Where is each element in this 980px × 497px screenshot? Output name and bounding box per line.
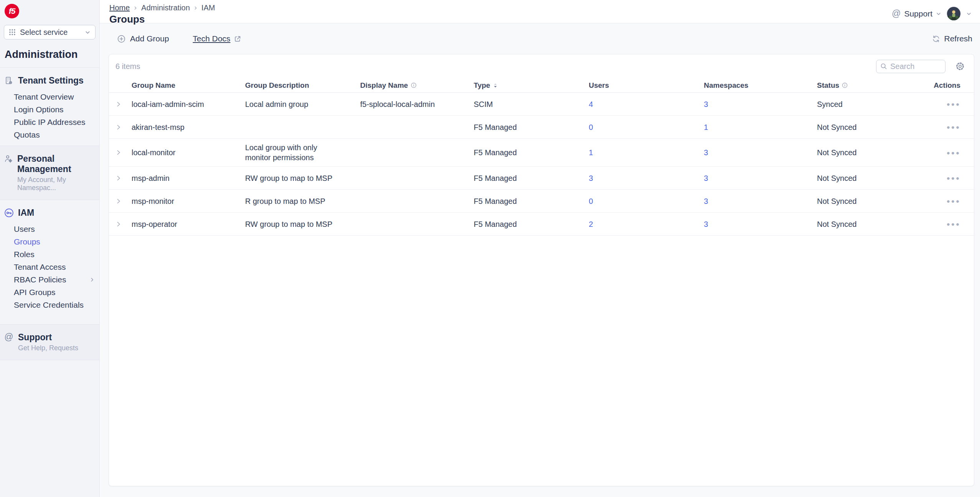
status-text: Not Synced (817, 192, 911, 210)
table-row: msp-operator RW group to map to MSP F5 M… (109, 213, 974, 236)
sidebar-item-users[interactable]: Users (14, 223, 99, 235)
group-type: F5 Managed (474, 215, 589, 233)
expand-row-icon[interactable] (115, 124, 132, 130)
sidebar-item-label: Service Credentials (14, 300, 84, 310)
sidebar-item-groups[interactable]: Groups (14, 235, 99, 248)
users-count-link[interactable]: 0 (589, 123, 593, 131)
row-actions-menu[interactable]: ●●● (911, 221, 960, 227)
status-text: Not Synced (817, 215, 911, 233)
table-row: akiran-test-msp F5 Managed 0 1 Not Synce… (109, 116, 974, 139)
display-name (360, 197, 474, 205)
col-users[interactable]: Users (589, 81, 704, 90)
external-link-icon (234, 35, 241, 43)
display-name (360, 174, 474, 182)
sidebar-item-api-groups[interactable]: API Groups (14, 286, 99, 299)
expand-row-icon[interactable] (115, 221, 132, 227)
namespaces-count-link[interactable]: 3 (704, 148, 708, 157)
avatar[interactable] (947, 7, 961, 21)
info-icon (411, 82, 417, 88)
namespaces-count-link[interactable]: 3 (704, 197, 708, 205)
row-actions-menu[interactable]: ●●● (911, 149, 960, 156)
expand-row-icon[interactable] (115, 198, 132, 204)
sidebar-item-label: Login Options (14, 105, 64, 114)
personal-management-subtitle: My Account, My Namespac... (17, 176, 95, 192)
row-actions-menu[interactable]: ●●● (911, 175, 960, 181)
expand-row-icon[interactable] (115, 101, 132, 107)
row-actions-menu[interactable]: ●●● (911, 198, 960, 204)
section-personal-management[interactable]: Personal Management My Account, My Names… (0, 146, 99, 200)
sidebar-item-quotas[interactable]: Quotas (14, 128, 99, 141)
namespaces-count-link[interactable]: 1 (704, 123, 708, 131)
users-count-link[interactable]: 1 (589, 148, 593, 157)
tech-docs-label: Tech Docs (193, 34, 231, 43)
col-status[interactable]: Status (817, 81, 911, 90)
sidebar-item-label: Users (14, 225, 35, 234)
main-area: Home Administration IAM Groups @ Support (100, 0, 980, 497)
refresh-label: Refresh (944, 34, 972, 43)
breadcrumb-iam[interactable]: IAM (201, 3, 215, 12)
group-description: R group to map to MSP (245, 192, 360, 210)
col-namespaces[interactable]: Namespaces (704, 81, 817, 90)
sidebar-item-label: Public IP Addresses (14, 118, 85, 127)
table-row: local-monitor Local group with only moni… (109, 139, 974, 167)
users-count-link[interactable]: 0 (589, 197, 593, 205)
support-menu-button[interactable]: @ Support (892, 9, 941, 18)
status-text: Not Synced (817, 144, 911, 161)
sidebar-item-label: Tenant Access (14, 262, 66, 272)
sidebar-item-roles[interactable]: Roles (14, 248, 99, 261)
breadcrumb-administration[interactable]: Administration (141, 3, 190, 12)
sidebar-item-tenant-overview[interactable]: Tenant Overview (14, 90, 99, 103)
section-support[interactable]: @ Support Get Help, Requests (0, 324, 99, 360)
sidebar-item-rbac-policies[interactable]: RBAC Policies (14, 273, 99, 286)
users-count-link[interactable]: 2 (589, 220, 593, 228)
row-actions-menu[interactable]: ●●● (911, 101, 960, 107)
sidebar-item-public-ip-addresses[interactable]: Public IP Addresses (14, 116, 99, 128)
col-group-name[interactable]: Group Name (132, 81, 245, 90)
add-group-button[interactable]: Add Group (117, 34, 169, 43)
namespaces-count-link[interactable]: 3 (704, 220, 708, 228)
table-header-row: Group Name Group Description Display Nam… (109, 78, 974, 93)
breadcrumb-home-link[interactable]: Home (109, 3, 130, 12)
expand-row-icon[interactable] (115, 175, 132, 181)
items-count: 6 items (115, 62, 140, 71)
expand-row-icon[interactable] (115, 149, 132, 156)
sidebar-item-login-options[interactable]: Login Options (14, 103, 99, 116)
col-type[interactable]: Type (474, 81, 589, 90)
chevron-down-icon[interactable] (966, 11, 972, 16)
group-type: F5 Managed (474, 169, 589, 187)
sidebar-item-tenant-access[interactable]: Tenant Access (14, 261, 99, 273)
status-text: Synced (817, 95, 911, 113)
service-selector[interactable]: Select service (4, 25, 96, 39)
iam-label: IAM (18, 208, 34, 218)
col-display-name[interactable]: Display Name (360, 81, 474, 90)
display-name (360, 123, 474, 131)
chevron-down-icon (85, 30, 91, 35)
gear-icon[interactable] (955, 62, 965, 71)
users-count-link[interactable]: 3 (589, 174, 593, 182)
refresh-button[interactable]: Refresh (932, 34, 972, 43)
tech-docs-link[interactable]: Tech Docs (193, 34, 241, 43)
f5-logo-text: f5 (9, 7, 15, 16)
group-type: F5 Managed (474, 118, 589, 136)
group-name: msp-operator (132, 215, 245, 233)
namespaces-count-link[interactable]: 3 (704, 100, 708, 108)
sidebar-item-label: Roles (14, 250, 35, 259)
group-type: F5 Managed (474, 192, 589, 210)
users-count-link[interactable]: 4 (589, 100, 593, 108)
iam-header[interactable]: IAM (0, 205, 99, 220)
chevron-right-icon (89, 277, 95, 282)
groups-table-card: 6 items (109, 54, 974, 486)
search-input[interactable] (890, 62, 936, 71)
namespaces-count-link[interactable]: 3 (704, 174, 708, 182)
group-name: akiran-test-msp (132, 118, 245, 136)
tenant-settings-header[interactable]: Tenant Settings (0, 72, 99, 88)
search-box (876, 60, 945, 73)
breadcrumb: Home Administration IAM (109, 3, 215, 12)
row-actions-menu[interactable]: ●●● (911, 124, 960, 130)
col-group-description[interactable]: Group Description (245, 81, 360, 90)
sidebar: f5 Select service Administration (0, 0, 100, 497)
refresh-icon (932, 35, 940, 43)
sidebar-item-service-credentials[interactable]: Service Credentials (14, 299, 99, 311)
display-name (360, 149, 474, 156)
section-tenant-settings: Tenant Settings Tenant Overview Login Op… (0, 68, 99, 146)
